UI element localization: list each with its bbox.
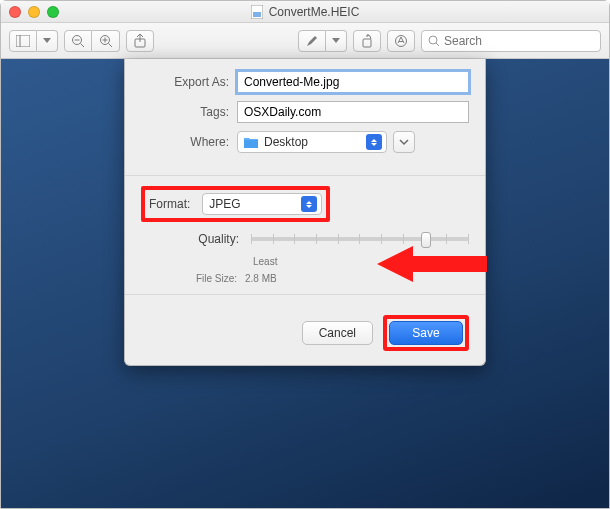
search-icon — [428, 35, 440, 47]
svg-rect-13 — [363, 39, 371, 47]
expand-disclosure-button[interactable] — [393, 131, 415, 153]
quality-least-label: Least — [253, 256, 277, 267]
divider — [125, 294, 485, 295]
titlebar: ConvertMe.HEIC — [1, 1, 609, 23]
svg-rect-1 — [253, 12, 261, 17]
svg-rect-0 — [251, 5, 263, 19]
updown-icon — [366, 134, 382, 150]
file-size-value: 2.8 MB — [245, 273, 277, 284]
save-button[interactable]: Save — [389, 321, 463, 345]
format-highlight: Format: JPEG — [141, 186, 330, 222]
highlight-menu-button[interactable] — [326, 30, 347, 52]
svg-line-5 — [81, 43, 85, 47]
export-sheet: Export As: Tags: Where: Desktop — [124, 59, 486, 366]
updown-icon — [301, 196, 317, 212]
format-popup[interactable]: JPEG — [202, 193, 322, 215]
highlighter-icon — [305, 34, 319, 48]
format-label: Format: — [149, 197, 196, 211]
markup-button[interactable] — [387, 30, 415, 52]
file-size-label: File Size: — [141, 273, 245, 284]
search-field[interactable] — [421, 30, 601, 52]
highlight-button[interactable] — [298, 30, 326, 52]
where-popup[interactable]: Desktop — [237, 131, 387, 153]
svg-rect-17 — [244, 140, 258, 148]
export-as-input[interactable] — [237, 71, 469, 93]
svg-point-15 — [429, 36, 437, 44]
minimize-window-button[interactable] — [28, 6, 40, 18]
zoom-out-button[interactable] — [64, 30, 92, 52]
svg-rect-2 — [16, 35, 30, 47]
format-value: JPEG — [209, 197, 240, 211]
svg-line-16 — [436, 43, 439, 46]
svg-line-8 — [108, 43, 112, 47]
window-title-text: ConvertMe.HEIC — [269, 5, 360, 19]
quality-label: Quality: — [141, 232, 245, 246]
sidebar-toggle-button[interactable] — [9, 30, 37, 52]
divider — [125, 175, 485, 176]
search-input[interactable] — [444, 34, 594, 48]
preview-window: ConvertMe.HEIC Export As: — [0, 0, 610, 509]
sidebar-menu-button[interactable] — [37, 30, 58, 52]
tags-label: Tags: — [141, 105, 237, 119]
window-title: ConvertMe.HEIC — [1, 5, 609, 19]
toolbar — [1, 23, 609, 59]
cancel-button[interactable]: Cancel — [302, 321, 373, 345]
content-area: Export As: Tags: Where: Desktop — [1, 59, 609, 508]
where-label: Where: — [141, 135, 237, 149]
where-value: Desktop — [264, 135, 308, 149]
zoom-window-button[interactable] — [47, 6, 59, 18]
zoom-out-icon — [71, 34, 85, 48]
close-window-button[interactable] — [9, 6, 21, 18]
share-button[interactable] — [126, 30, 154, 52]
chevron-down-icon — [399, 139, 409, 146]
quality-slider[interactable] — [251, 230, 469, 248]
folder-icon — [244, 137, 258, 148]
tags-input[interactable] — [237, 101, 469, 123]
zoom-in-button[interactable] — [92, 30, 120, 52]
share-icon — [134, 34, 146, 48]
quality-best-label: Best — [413, 256, 433, 267]
markup-icon — [394, 34, 408, 48]
document-icon — [251, 5, 263, 19]
window-controls — [9, 6, 59, 18]
zoom-in-icon — [99, 34, 113, 48]
save-highlight: Save — [383, 315, 469, 351]
export-as-label: Export As: — [141, 75, 237, 89]
rotate-icon — [360, 34, 374, 48]
rotate-button[interactable] — [353, 30, 381, 52]
